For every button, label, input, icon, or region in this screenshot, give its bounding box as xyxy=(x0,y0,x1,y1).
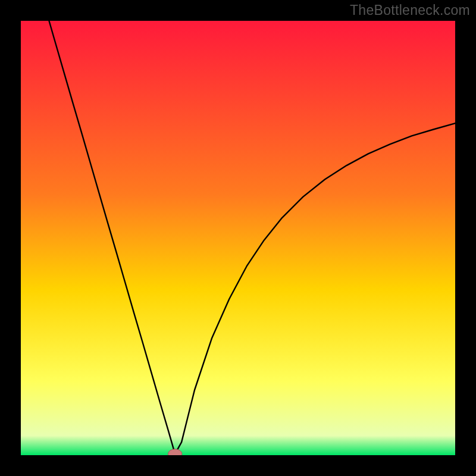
chart-svg xyxy=(21,21,455,455)
gradient-background xyxy=(21,21,455,455)
watermark-text: TheBottleneck.com xyxy=(350,2,470,18)
plot-area xyxy=(21,21,455,455)
chart-stage: TheBottleneck.com xyxy=(0,0,476,476)
